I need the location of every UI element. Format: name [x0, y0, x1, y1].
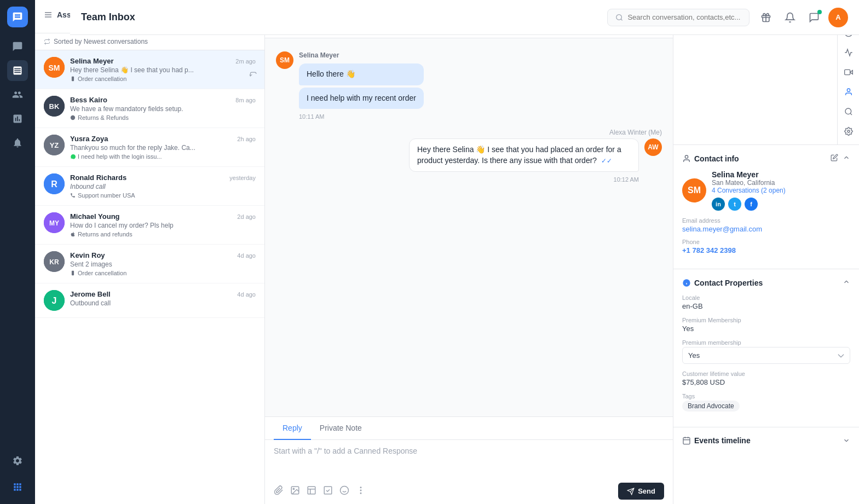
props-collapse-btn[interactable] — [843, 278, 850, 288]
svg-point-48 — [685, 155, 688, 158]
events-section: Events timeline — [673, 427, 859, 454]
search-input[interactable] — [627, 13, 741, 21]
contact-props-header: Contact Properties — [682, 278, 850, 288]
locale-value: en-GB — [682, 302, 850, 310]
svg-text:KR: KR — [49, 258, 59, 266]
events-header[interactable]: Events timeline — [682, 436, 850, 445]
menu-icon — [44, 10, 53, 19]
search-box[interactable] — [607, 9, 750, 26]
conv-preview-ronald: Inbound call — [70, 183, 201, 190]
attach-icon[interactable] — [274, 485, 284, 497]
conversations-panel: Assigned to me 34 — [35, 0, 265, 504]
user-avatar[interactable]: A — [828, 8, 848, 27]
conv-tag-label-bess: Returns & Refunds — [78, 114, 129, 121]
conv-item-selina[interactable]: SM Selina Meyer 2m ago Hey there Selina … — [35, 50, 264, 89]
rp-person-icon[interactable] — [840, 83, 857, 101]
facebook-icon[interactable]: f — [745, 198, 758, 211]
msg-inbound-selina: SM Selina Meyer Hello there 👋 I need hel… — [276, 51, 662, 120]
premium-select[interactable]: Yes No — [682, 347, 850, 364]
template-icon[interactable] — [307, 485, 316, 497]
rp-settings-icon[interactable] — [840, 123, 857, 140]
msg-bubbles-selina: Selina Meyer Hello there 👋 I need help w… — [299, 51, 424, 120]
avatar-bess: BK — [44, 96, 65, 117]
twitter-icon[interactable]: t — [728, 198, 741, 211]
contact-edit-btn[interactable] — [831, 154, 838, 164]
right-panel: Contact info SM — [673, 0, 859, 504]
conv-top-michael: Michael Young 2d ago — [70, 212, 256, 221]
rp-activity-icon[interactable] — [840, 44, 857, 61]
send-btn[interactable]: Send — [618, 483, 664, 500]
sidebar-icon-dots[interactable] — [7, 477, 28, 497]
rp-search-rp-icon[interactable] — [840, 103, 857, 120]
conv-time-kevin: 4d ago — [237, 252, 256, 259]
svg-point-29 — [293, 488, 294, 489]
conv-tag-label-yusra: I need help with the login issu... — [78, 153, 162, 160]
tab-private-note[interactable]: Private Note — [311, 417, 371, 440]
conv-item-yusra[interactable]: YZ Yusra Zoya 2h ago Thankyou so much fo… — [35, 128, 264, 167]
conv-tag-michael: Returns and refunds — [70, 231, 256, 237]
svg-point-32 — [341, 486, 349, 494]
reply-toolbar: Send — [265, 478, 673, 504]
phone-value[interactable]: +1 782 342 2398 — [682, 246, 850, 254]
sidebar-icon-inbox[interactable] — [7, 60, 28, 81]
conv-top-bess: Bess Kairo 8m ago — [70, 96, 256, 104]
contact-collapse-btn[interactable] — [843, 154, 850, 164]
conv-preview-bess: We have a few mandatory fields setup. — [70, 105, 201, 113]
lifetime-prop: Customer lifetime value $75,808 USD — [682, 370, 850, 386]
contact-info-title-text: Contact info — [694, 154, 739, 163]
globe-icon — [70, 115, 76, 120]
conv-item-kevin[interactable]: KR Kevin Roy 4d ago Sent 2 images Order … — [35, 245, 264, 283]
conv-item-bess[interactable]: BK Bess Kairo 8m ago We have a few manda… — [35, 89, 264, 128]
tags-label: Tags — [682, 393, 850, 399]
sidebar-icon-campaigns[interactable] — [7, 132, 28, 153]
more-icon[interactable] — [356, 485, 366, 497]
emoji-icon[interactable] — [339, 485, 349, 497]
bell-icon[interactable] — [780, 8, 800, 27]
contact-conversations[interactable]: 4 Conversations (2 open) — [712, 187, 786, 194]
linkedin-icon[interactable]: in — [712, 198, 725, 211]
send-label: Send — [638, 487, 655, 495]
compose-icon[interactable] — [804, 8, 824, 27]
rp-camera-icon[interactable] — [840, 63, 857, 81]
contact-icon — [682, 154, 691, 163]
premium-select-prop: Premium membership Yes No — [682, 339, 850, 364]
tab-reply[interactable]: Reply — [274, 417, 311, 440]
icon-sidebar — [0, 0, 35, 504]
sidebar-icon-reports[interactable] — [7, 108, 28, 129]
conv-item-jerome[interactable]: J Jerome Bell 4d ago Outbound call — [35, 283, 264, 318]
email-value[interactable]: selina.meyer@gmail.com — [682, 225, 850, 233]
reply-placeholder: Start with a "/" to add a Canned Respons… — [274, 447, 417, 455]
image-icon[interactable] — [290, 485, 300, 497]
svg-point-37 — [360, 493, 361, 494]
read-check: ✓✓ — [601, 157, 612, 165]
gift-icon[interactable] — [756, 8, 776, 27]
reply-input-area[interactable]: Start with a "/" to add a Canned Respons… — [265, 440, 673, 478]
contact-location: San Mateo, California — [712, 179, 786, 187]
svg-rect-8 — [72, 77, 74, 81]
sidebar-icon-settings[interactable] — [7, 450, 28, 471]
svg-point-0 — [616, 14, 622, 20]
contact-props-section: Contact Properties Locale en-GB Premium … — [673, 269, 859, 427]
chart-icon[interactable] — [323, 485, 333, 497]
conv-preview-michael: How do I cancel my order? Pls help — [70, 222, 201, 229]
conv-content-ronald: Ronald Richards yesterday Inbound call S… — [70, 173, 256, 199]
premium-value: Yes — [682, 325, 850, 333]
edit-icon — [831, 154, 838, 161]
email-field: Email address selina.meyer@gmail.com — [682, 217, 850, 233]
conv-preview-yusra: Thankyou so much for the reply Jake. Ca.… — [70, 144, 201, 152]
events-title-text: Events timeline — [694, 436, 751, 445]
msg-bubble-1a: Hello there 👋 — [299, 63, 424, 85]
contact-props-title: Contact Properties — [682, 279, 763, 287]
premium-label: Premium Membership — [682, 317, 850, 323]
sidebar-icon-contacts[interactable] — [7, 84, 28, 105]
conv-content-bess: Bess Kairo 8m ago We have a few mandator… — [70, 96, 256, 121]
contact-name: Selina Meyer — [712, 170, 786, 179]
conv-item-ronald[interactable]: R Ronald Richards yesterday Inbound call… — [35, 167, 264, 206]
reply-area: Reply Private Note Start with a "/" to a… — [265, 416, 673, 504]
mobile-icon — [70, 76, 76, 82]
conv-reply-icon-selina — [249, 70, 257, 80]
logo-icon[interactable] — [7, 7, 28, 27]
sidebar-icon-chat[interactable] — [7, 36, 28, 57]
conv-item-michael[interactable]: MY Michael Young 2d ago How do I cancel … — [35, 206, 264, 245]
locale-prop: Locale en-GB — [682, 294, 850, 310]
